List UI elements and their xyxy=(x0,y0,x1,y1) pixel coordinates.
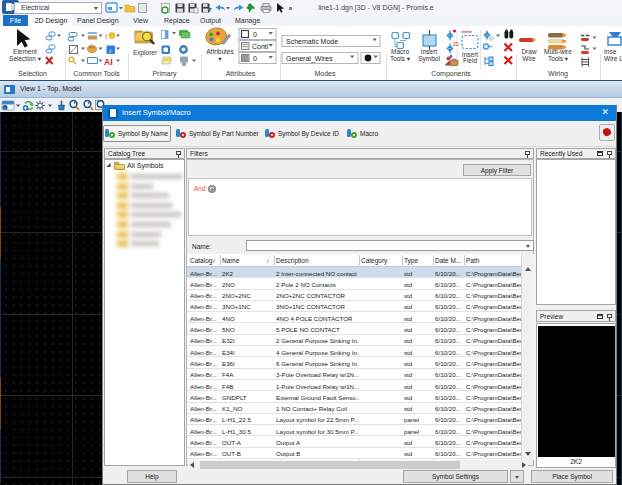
svg-text:0: 0 xyxy=(253,55,257,62)
svg-text:2D: 2D xyxy=(453,42,460,47)
svg-text:0: 0 xyxy=(253,31,257,38)
svg-text:Schematic Mode: Schematic Mode xyxy=(286,38,338,45)
svg-text:Conti: Conti xyxy=(252,43,269,50)
svg-text:♪: ♪ xyxy=(109,47,112,54)
svg-text:AI: AI xyxy=(104,57,113,67)
svg-text:t: t xyxy=(105,33,107,40)
svg-text:General_Wires: General_Wires xyxy=(286,55,333,63)
svg-text:******: ****** xyxy=(461,30,473,36)
